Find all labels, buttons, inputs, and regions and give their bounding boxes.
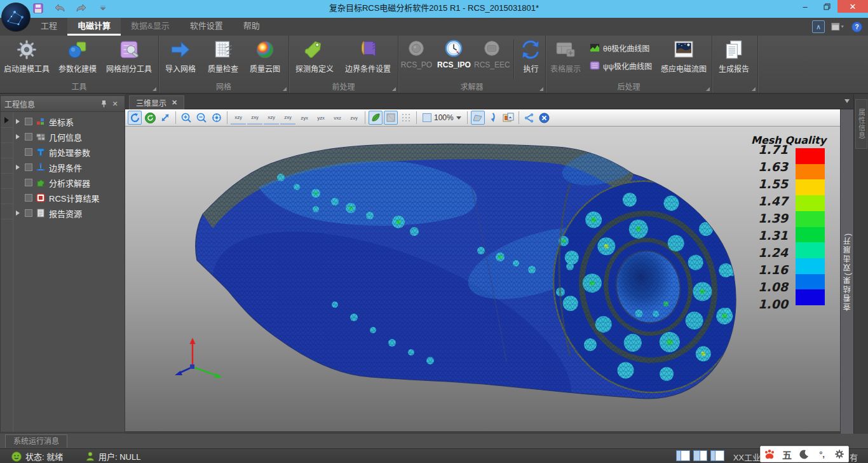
zoom-in-button[interactable] xyxy=(179,111,193,125)
ime-wubi-button[interactable]: 五 xyxy=(779,446,794,462)
group-expand-corner[interactable] xyxy=(752,87,756,91)
solver-rcs-po-button[interactable]: RCS_PO xyxy=(398,37,435,81)
toolbar-separator xyxy=(416,111,417,124)
view-orientation-button[interactable]: yzx xyxy=(313,111,329,125)
zoom-out-button[interactable] xyxy=(194,111,208,125)
launch-modeler-button[interactable]: 启动建模工具 xyxy=(0,37,53,81)
tab-close-icon[interactable]: ✕ xyxy=(172,99,177,107)
ime-paw-button[interactable] xyxy=(762,446,777,462)
view-orientation-button[interactable]: zxy xyxy=(280,111,295,125)
orbit-rotate-button[interactable] xyxy=(128,111,142,125)
layout-buttons xyxy=(676,450,724,461)
expander-icon[interactable] xyxy=(16,211,20,216)
group-expand-corner[interactable] xyxy=(706,87,710,91)
view-orientation-button[interactable]: zyx xyxy=(297,111,312,125)
close-button[interactable]: ✕ xyxy=(837,0,868,13)
tree-item-coordinate-system[interactable]: 坐标系 xyxy=(14,114,125,129)
expander-icon[interactable] xyxy=(16,165,20,170)
3d-canvas[interactable]: Mesh Quality 1.71 1.63 1.55 1.47 1.39 1.… xyxy=(125,127,840,434)
layout-split-panel-button[interactable] xyxy=(693,450,707,461)
expander-icon[interactable] xyxy=(16,134,20,139)
checkbox[interactable] xyxy=(25,133,32,141)
boundary-settings-button[interactable]: 边界条件设置 xyxy=(340,37,396,81)
tab-project[interactable]: 工程 xyxy=(31,18,67,36)
snapshot-button[interactable] xyxy=(501,111,515,125)
zoom-fit-button[interactable] xyxy=(210,111,224,125)
psi-curve-button[interactable]: ψψ极化曲线图 xyxy=(588,59,654,73)
help-button[interactable]: ? xyxy=(850,20,863,33)
import-mesh-button[interactable]: 导入网格 xyxy=(159,37,202,81)
checkbox[interactable] xyxy=(25,118,32,125)
theta-curve-button[interactable]: θθ极化曲线图 xyxy=(588,41,654,55)
pan-zoom-button[interactable] xyxy=(158,111,172,125)
stop-button[interactable] xyxy=(538,111,552,125)
parametric-modeling-icon xyxy=(67,39,88,60)
tree-item-label: 前处理参数 xyxy=(49,146,90,158)
group-expand-corner[interactable] xyxy=(392,87,396,91)
legend-swatch xyxy=(796,195,825,211)
expander-icon[interactable] xyxy=(16,119,20,124)
property-panel-tab[interactable]: 属性信息 xyxy=(855,99,867,149)
checkbox[interactable] xyxy=(25,194,32,202)
flat-mode-button[interactable] xyxy=(384,111,398,125)
view-orientation-button[interactable]: xzy xyxy=(231,111,246,125)
tree-item-report-resources[interactable]: 报告资源 xyxy=(14,205,125,221)
collapse-ribbon-button[interactable]: ∧ xyxy=(812,20,825,33)
generate-report-button[interactable]: 生成报告 xyxy=(712,37,756,81)
induced-current-map-icon xyxy=(673,39,695,60)
tab-list-dropdown[interactable] xyxy=(844,99,850,103)
legend-value: 1.31 xyxy=(758,230,788,242)
group-expand-corner[interactable] xyxy=(283,87,287,91)
tree-item-geometry-info[interactable]: 几何信息 xyxy=(14,129,125,144)
ime-punctuation-button[interactable]: °, xyxy=(815,446,830,462)
induced-current-map-button[interactable]: 感应电磁流图 xyxy=(656,37,711,81)
quality-contour-button[interactable]: 质量云图 xyxy=(244,37,286,81)
wireframe-mode-button[interactable] xyxy=(399,111,413,125)
view-orientation-button[interactable]: zvy xyxy=(346,111,362,125)
tab-settings[interactable]: 软件设置 xyxy=(180,18,233,36)
layout-left-panel-button[interactable] xyxy=(676,450,690,461)
tree-item-analysis-solver[interactable]: 分析求解器 xyxy=(14,175,125,190)
share-view-button[interactable] xyxy=(522,111,536,125)
refresh-view-button[interactable] xyxy=(143,111,157,125)
checkbox[interactable] xyxy=(25,209,32,217)
zoom-level-select[interactable]: 100% xyxy=(420,111,464,125)
drop-view-button[interactable] xyxy=(486,111,500,125)
ime-mode-button[interactable] xyxy=(797,446,812,462)
execute-button[interactable]: 执行 xyxy=(517,37,545,81)
tree-item-preprocess-params[interactable]: 前处理参数 xyxy=(14,144,125,160)
checkbox[interactable] xyxy=(25,179,32,186)
tab-em-computation[interactable]: 电磁计算 xyxy=(67,18,121,36)
quality-check-button[interactable]: 质量检查 xyxy=(202,37,244,81)
tab-3d-display[interactable]: 三维显示 ✕ xyxy=(129,95,184,109)
minimize-button[interactable]: – xyxy=(794,0,816,13)
tree-item-rcs-results[interactable]: RCS计算结果 xyxy=(14,190,125,205)
system-messages-tab[interactable]: 系统运行消息 xyxy=(5,434,67,448)
group-expand-corner[interactable] xyxy=(153,87,156,91)
pin-button[interactable] xyxy=(98,98,109,109)
region-select-button[interactable] xyxy=(471,111,485,125)
view-orientation-button[interactable]: zxy xyxy=(247,111,262,125)
view-orientation-button[interactable]: xzy xyxy=(264,111,279,125)
meshing-tool-button[interactable]: 网格剖分工具 xyxy=(102,37,156,81)
button-label: 质量检查 xyxy=(208,63,238,74)
solver-rcs-ipo-button[interactable]: RCS_IPO xyxy=(435,37,473,81)
theme-button[interactable] xyxy=(831,20,844,33)
probe-angle-button[interactable]: 探测角定义 xyxy=(289,37,340,81)
solver-rcs-eec-button[interactable]: RCS_EEC xyxy=(473,37,511,81)
tab-data-display[interactable]: 数据&显示 xyxy=(121,18,180,36)
ime-settings-button[interactable] xyxy=(832,446,847,462)
table-display-button[interactable]: 表格展示 xyxy=(546,37,585,81)
layout-bottom-panel-button[interactable] xyxy=(710,450,724,461)
tree-item-boundary-conditions[interactable]: 边界条件 xyxy=(14,160,125,175)
restore-button[interactable] xyxy=(816,0,837,13)
parametric-modeling-button[interactable]: 参数化建模 xyxy=(53,37,102,81)
view-orientation-button[interactable]: vxz xyxy=(330,111,345,125)
checkbox[interactable] xyxy=(25,163,32,171)
tab-help[interactable]: 帮助 xyxy=(233,18,270,36)
close-panel-button[interactable]: ✕ xyxy=(109,98,121,109)
checkbox[interactable] xyxy=(25,148,32,156)
results-dock-tab[interactable]: 查看结果(双击展开) xyxy=(840,109,853,434)
group-expand-corner[interactable] xyxy=(539,87,543,91)
shaded-mode-button[interactable] xyxy=(369,111,383,125)
